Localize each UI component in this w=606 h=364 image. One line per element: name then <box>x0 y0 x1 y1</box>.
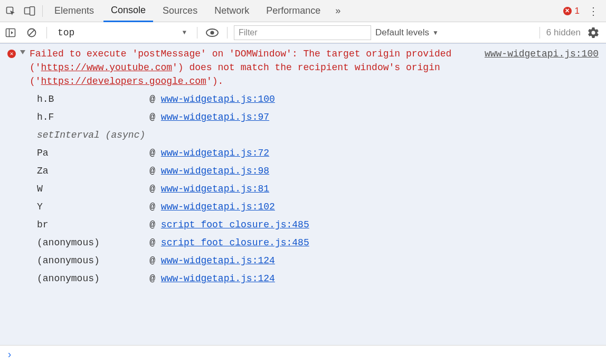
svg-marker-5 <box>11 31 13 34</box>
hidden-messages-count[interactable]: 6 hidden <box>546 27 581 38</box>
error-count: 1 <box>575 6 580 16</box>
stack-frame-location: @ www-widgetapi.js:98 <box>149 162 313 180</box>
stack-frame-fn: h.B <box>37 90 149 108</box>
stack-frame-location: @ www-widgetapi.js:72 <box>149 144 313 162</box>
stack-frame-link[interactable]: www-widgetapi.js:124 <box>161 273 275 284</box>
stack-frame-link[interactable]: script_foot_closure.js:485 <box>161 219 309 230</box>
prompt-chevron-icon: › <box>6 349 13 361</box>
stack-frame-link[interactable]: www-widgetapi.js:102 <box>161 202 275 212</box>
stack-frame-link[interactable]: www-widgetapi.js:100 <box>161 94 275 104</box>
svg-line-7 <box>29 30 35 35</box>
stack-frame-fn: W <box>37 180 149 198</box>
stack-frame: W@ www-widgetapi.js:81 <box>37 180 314 198</box>
stack-frame-fn: Za <box>37 162 149 180</box>
console-prompt[interactable]: › <box>0 345 606 364</box>
stack-frame-fn: Pa <box>37 144 149 162</box>
stack-frame: Za@ www-widgetapi.js:98 <box>37 162 314 180</box>
stack-frame-location: @ www-widgetapi.js:124 <box>149 270 313 288</box>
stack-frame: h.F@ www-widgetapi.js:97 <box>37 108 314 126</box>
stack-frame-fn: (anonymous) <box>37 252 149 270</box>
stack-frame: setInterval (async) <box>37 126 314 144</box>
chevron-down-icon: ▼ <box>183 29 186 36</box>
stack-frame-fn: h.F <box>37 108 149 126</box>
error-badge[interactable]: ✕ 1 <box>560 6 583 16</box>
svg-rect-2 <box>30 6 35 15</box>
chevron-down-icon: ▼ <box>432 29 439 36</box>
toggle-sidebar-icon[interactable] <box>2 24 19 41</box>
filter-input[interactable] <box>234 25 371 40</box>
toolbar-separator-2 <box>197 27 197 39</box>
device-toolbar-icon[interactable] <box>21 3 38 20</box>
context-selector-label: top <box>58 27 74 38</box>
stack-frame-location: @ script_foot_closure.js:485 <box>149 234 313 252</box>
toolbar-separator-3 <box>227 27 228 39</box>
stack-frame: br@ script_foot_closure.js:485 <box>37 216 314 234</box>
console-output: ✕ Failed to execute 'postMessage' on 'DO… <box>0 43 606 345</box>
console-error-message[interactable]: ✕ Failed to execute 'postMessage' on 'DO… <box>0 44 606 290</box>
stack-frame-location: @ www-widgetapi.js:100 <box>149 90 313 108</box>
error-recipient-link[interactable]: https://developers.google.com <box>41 76 206 87</box>
stack-frame-location: @ www-widgetapi.js:102 <box>149 198 313 216</box>
error-icon: ✕ <box>7 50 16 58</box>
console-toolbar: top ▼ Default levels ▼ 6 hidden <box>0 22 606 43</box>
stack-frame-fn: Y <box>37 198 149 216</box>
stack-frame: (anonymous)@ script_foot_closure.js:485 <box>37 234 314 252</box>
stack-frame-location: @ www-widgetapi.js:81 <box>149 180 313 198</box>
kebab-menu-icon[interactable]: ⋮ <box>585 3 602 20</box>
stack-frame-link[interactable]: www-widgetapi.js:97 <box>161 112 269 122</box>
stack-frame: (anonymous)@ www-widgetapi.js:124 <box>37 252 314 270</box>
stack-frame: (anonymous)@ www-widgetapi.js:124 <box>37 270 314 288</box>
stack-frame-link[interactable]: www-widgetapi.js:98 <box>161 166 269 176</box>
stack-frame-fn: (anonymous) <box>37 270 149 288</box>
error-icon: ✕ <box>563 7 572 15</box>
stack-frame-location: @ www-widgetapi.js:124 <box>149 252 313 270</box>
settings-icon[interactable] <box>585 24 602 41</box>
svg-rect-3 <box>6 28 15 36</box>
stack-frame-location: @ script_foot_closure.js:485 <box>149 216 313 234</box>
tab-more[interactable]: » <box>330 0 346 22</box>
error-source: www-widgetapi.js:100 <box>485 47 599 61</box>
stack-frame: Y@ www-widgetapi.js:102 <box>37 198 314 216</box>
stack-frame-link[interactable]: www-widgetapi.js:124 <box>161 255 275 266</box>
error-source-link[interactable]: www-widgetapi.js:100 <box>485 49 599 59</box>
error-text: Failed to execute 'postMessage' on 'DOMW… <box>30 47 468 88</box>
stack-frame-fn: br <box>37 216 149 234</box>
stack-frame: Pa@ www-widgetapi.js:72 <box>37 144 314 162</box>
tab-performance[interactable]: Performance <box>259 0 328 22</box>
inspect-icon[interactable] <box>2 3 19 20</box>
stack-frame-link[interactable]: www-widgetapi.js:72 <box>161 148 269 158</box>
log-levels-label: Default levels <box>375 27 429 38</box>
expand-toggle-icon[interactable] <box>20 50 25 54</box>
devtools-tabbar: Elements Console Sources Network Perform… <box>0 0 606 22</box>
tab-sources[interactable]: Sources <box>155 0 205 22</box>
stack-frame-fn: (anonymous) <box>37 234 149 252</box>
toolbar-separator-1 <box>46 27 47 39</box>
clear-console-icon[interactable] <box>23 24 40 41</box>
svg-point-9 <box>210 31 214 34</box>
context-selector[interactable]: top ▼ <box>53 25 191 41</box>
tab-console[interactable]: Console <box>103 0 153 22</box>
log-levels-selector[interactable]: Default levels ▼ <box>375 27 439 38</box>
tab-elements[interactable]: Elements <box>47 0 101 22</box>
toolbar-separator-4 <box>539 27 540 39</box>
tab-separator <box>42 5 43 17</box>
stack-frame-link[interactable]: www-widgetapi.js:81 <box>161 184 269 194</box>
stack-frame-location: @ www-widgetapi.js:97 <box>149 108 313 126</box>
stack-frame-fn: setInterval (async) <box>37 126 149 144</box>
tab-network[interactable]: Network <box>207 0 257 22</box>
stack-frame: h.B@ www-widgetapi.js:100 <box>37 90 314 108</box>
live-expression-icon[interactable] <box>204 24 221 41</box>
stack-frame-link[interactable]: script_foot_closure.js:485 <box>161 237 309 248</box>
error-origin-link[interactable]: https://www.youtube.com <box>41 62 172 73</box>
stack-trace: h.B@ www-widgetapi.js:100h.F@ www-widget… <box>37 90 314 288</box>
